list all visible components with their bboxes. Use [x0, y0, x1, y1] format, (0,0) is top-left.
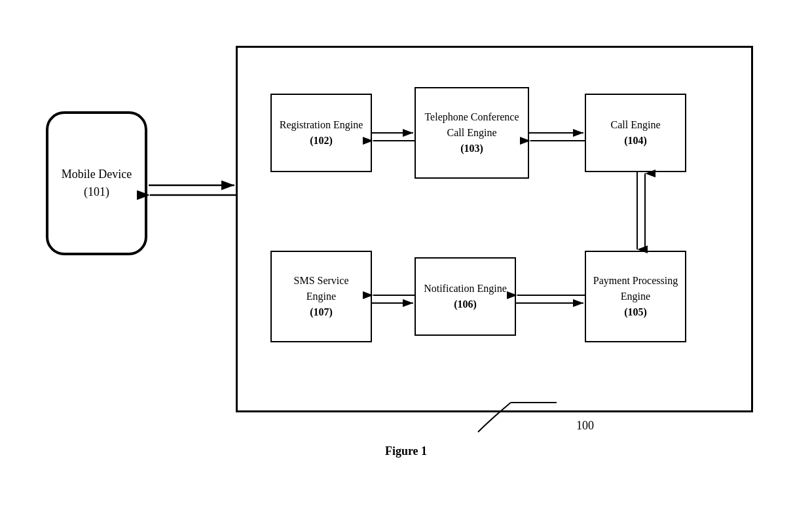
mobile-device-label: Mobile Device (101) — [62, 166, 132, 201]
payment-processing-box: Payment Processing Engine (105) — [585, 251, 686, 342]
call-engine-label: Call Engine — [611, 117, 661, 133]
registration-engine-id: (102) — [310, 133, 333, 149]
payment-processing-label: Payment Processing Engine — [593, 273, 678, 304]
notification-engine-box: Notification Engine (106) — [415, 257, 516, 336]
notification-engine-label: Notification Engine — [424, 281, 507, 297]
telephone-conference-label: Telephone Conference Call Engine — [422, 109, 521, 141]
system-box: Registration Engine (102) Telephone Conf… — [236, 46, 753, 412]
call-engine-id: (104) — [624, 133, 647, 149]
notification-engine-id: (106) — [454, 297, 477, 312]
diagram-container: Mobile Device (101) Registration Engine … — [26, 26, 786, 471]
payment-processing-id: (105) — [624, 304, 647, 320]
telephone-conference-id: (103) — [460, 141, 483, 156]
registration-engine-box: Registration Engine (102) — [270, 94, 372, 172]
call-engine-box: Call Engine (104) — [585, 94, 686, 172]
figure-caption: Figure 1 — [26, 444, 786, 458]
registration-engine-label: Registration Engine — [280, 117, 363, 133]
sms-service-label: SMS Service Engine — [278, 273, 364, 304]
sms-service-box: SMS Service Engine (107) — [270, 251, 372, 342]
telephone-conference-box: Telephone Conference Call Engine (103) — [415, 87, 529, 179]
system-label-text: 100 — [576, 419, 594, 433]
sms-service-id: (107) — [310, 304, 333, 320]
mobile-device-box: Mobile Device (101) — [46, 111, 147, 255]
